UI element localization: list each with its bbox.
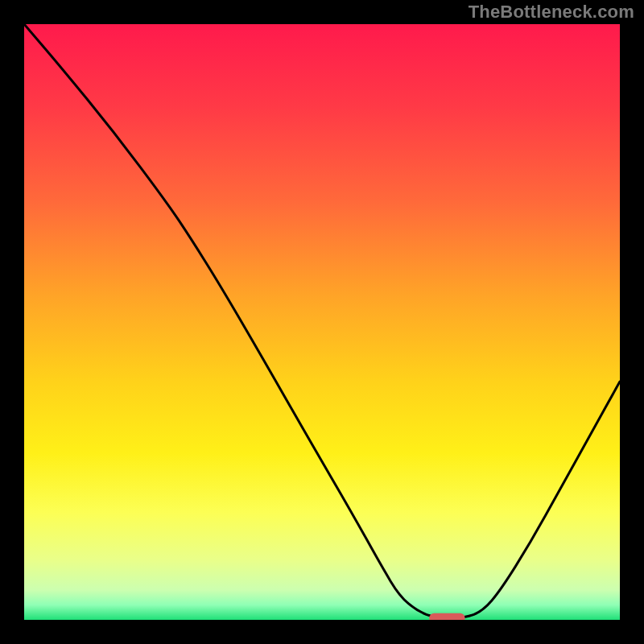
plot-area [24,24,620,620]
bottleneck-chart [24,24,620,620]
optimum-marker [429,613,464,620]
watermark-text: TheBottleneck.com [469,2,634,23]
chart-container: TheBottleneck.com [0,0,644,644]
gradient-background [24,24,620,620]
